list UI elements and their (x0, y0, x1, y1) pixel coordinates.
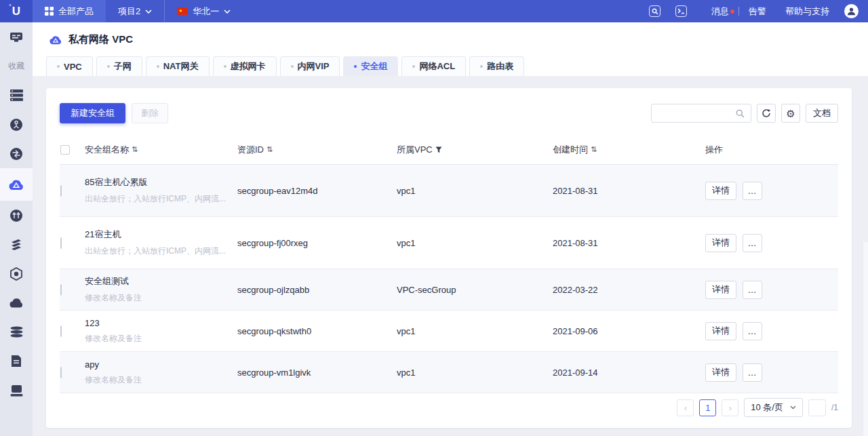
detail-button[interactable]: 详情 (705, 234, 736, 252)
tab-label: VPC (64, 62, 82, 72)
prev-page-button[interactable]: ‹ (677, 399, 694, 416)
tab-label: NAT网关 (163, 60, 199, 73)
security-group-desc: 修改名称及备注 (85, 374, 237, 386)
page-size-select[interactable]: 10 条/页 (744, 398, 803, 417)
container-icon (9, 267, 23, 281)
messages-label: 消息 (711, 5, 729, 18)
column-header-vpc[interactable]: 所属VPC (397, 144, 553, 156)
sidebar-item-network[interactable] (0, 110, 33, 139)
row-checkbox[interactable] (60, 325, 62, 337)
alerts-link[interactable]: 告警 (739, 5, 776, 18)
refresh-icon (762, 108, 771, 118)
page-header: 私有网络 VPC VPC 子网 NAT网关 虚拟网卡 内网VIP 安全组 网络A… (33, 22, 868, 76)
more-actions-button[interactable]: … (743, 322, 762, 340)
cloud-shell-button[interactable] (675, 5, 687, 17)
security-group-desc: 出站全放行；入站放行ICMP、内网流... (85, 193, 237, 205)
security-group-desc: 修改名称及备注 (85, 333, 237, 344)
tab-security-group[interactable]: 安全组 (343, 56, 398, 76)
user-avatar-icon[interactable] (844, 4, 859, 18)
sidebar-item-host[interactable] (0, 139, 33, 168)
sidebar-item-document[interactable] (0, 346, 33, 376)
settings-button[interactable]: ⚙ (781, 104, 800, 123)
created-date: 2021-09-14 (553, 368, 705, 378)
row-checkbox[interactable] (60, 367, 62, 378)
more-actions-button[interactable]: … (743, 234, 762, 252)
sort-icon[interactable]: ⇅ (267, 146, 273, 153)
table-row[interactable]: apy修改名称及备注 secgroup-vm1lgivk vpc1 2021-0… (60, 352, 838, 393)
page-jump-input[interactable] (808, 399, 826, 416)
help-link[interactable]: 帮助与支持 (776, 5, 839, 18)
security-group-desc: 修改名称及备注 (85, 292, 237, 304)
sidebar-item-list[interactable] (0, 81, 33, 110)
vpc-name: vpc1 (397, 368, 553, 378)
tab-dot-icon (157, 65, 159, 68)
create-security-group-button[interactable]: 新建安全组 (60, 103, 125, 123)
table-row[interactable]: 21宿主机出站全放行；入站放行ICMP、内网流... secgroup-fj00… (60, 217, 838, 269)
delete-button[interactable]: 删除 (132, 103, 168, 123)
resource-id: secgroup-qkstwth0 (237, 326, 397, 336)
detail-button[interactable]: 详情 (705, 363, 736, 382)
detail-button[interactable]: 详情 (705, 281, 736, 299)
messages-link[interactable]: 消息 (702, 5, 738, 18)
sidebar-item-cloud[interactable] (0, 288, 33, 317)
tab-network-acl[interactable]: 网络ACL (401, 56, 466, 76)
column-header-created[interactable]: 创建时间⇅ (553, 144, 705, 156)
total-pages-label: /1 (831, 403, 838, 412)
more-actions-button[interactable]: … (743, 182, 762, 200)
sidebar-item-database[interactable] (0, 317, 33, 346)
search-input[interactable] (652, 104, 736, 122)
tab-route-table[interactable]: 路由表 (469, 56, 524, 76)
project-selector[interactable]: 项目2 (106, 0, 165, 22)
sidebar-item-vpc[interactable] (0, 168, 33, 201)
server-icon (10, 384, 23, 397)
region-selector[interactable]: ★ 华北一 (165, 0, 243, 22)
filter-icon[interactable] (435, 146, 442, 153)
sort-icon[interactable]: ⇅ (591, 146, 597, 153)
resource-id: secgroup-ojlzqabb (237, 285, 397, 295)
all-products-label: 全部产品 (58, 5, 94, 18)
next-page-button[interactable]: › (722, 399, 738, 416)
tab-subnet[interactable]: 子网 (96, 56, 142, 76)
tab-nat-gateway[interactable]: NAT网关 (146, 56, 210, 76)
column-header-name[interactable]: 安全组名称⇅ (85, 144, 237, 156)
sidebar-item-cdn[interactable] (0, 230, 33, 259)
brand-logo[interactable]: ✦ U (0, 0, 33, 22)
tab-internal-vip[interactable]: 内网VIP (280, 56, 340, 76)
sidebar-item-console[interactable] (0, 22, 33, 52)
tab-virtual-nic[interactable]: 虚拟网卡 (213, 56, 277, 76)
row-checkbox[interactable] (60, 237, 62, 249)
host-icon (9, 147, 23, 161)
unread-badge (730, 9, 734, 14)
more-actions-button[interactable]: … (743, 363, 762, 382)
all-products-menu[interactable]: 全部产品 (33, 0, 106, 22)
table-row[interactable]: 123修改名称及备注 secgroup-qkstwth0 vpc1 2021-0… (60, 311, 838, 352)
row-checkbox[interactable] (60, 185, 62, 197)
resource-id: secgroup-eav12m4d (237, 186, 397, 196)
page-size-label: 10 条/页 (751, 401, 783, 414)
sort-icon[interactable]: ⇅ (132, 146, 138, 153)
detail-button[interactable]: 详情 (705, 322, 736, 340)
region-label: 华北一 (193, 5, 219, 18)
row-checkbox[interactable] (60, 284, 62, 296)
tab-label: 网络ACL (419, 60, 455, 73)
vertical-scrollbar[interactable] (863, 242, 868, 436)
table-row[interactable]: 安全组测试修改名称及备注 secgroup-ojlzqabb VPC-secGr… (60, 269, 838, 311)
chevron-down-icon (790, 405, 796, 410)
created-date: 2021-09-06 (553, 326, 705, 336)
column-header-resource-id[interactable]: 资源ID⇅ (237, 144, 397, 156)
page-1-button[interactable]: 1 (699, 399, 716, 416)
refresh-button[interactable] (757, 104, 776, 123)
sidebar-item-loadbalancer[interactable] (0, 201, 33, 230)
detail-button[interactable]: 详情 (705, 182, 736, 200)
more-actions-button[interactable]: … (743, 281, 762, 299)
sidebar-item-server[interactable] (0, 376, 33, 405)
tab-dot-icon (224, 65, 226, 68)
sidebar-item-container[interactable] (0, 259, 33, 288)
table-body: 85宿主机心累版出站全放行；入站放行ICMP、内网流... secgroup-e… (60, 165, 838, 393)
resource-search-button[interactable] (649, 5, 660, 17)
table-row[interactable]: 85宿主机心累版出站全放行；入站放行ICMP、内网流... secgroup-e… (60, 165, 838, 217)
select-all-checkbox[interactable] (60, 145, 70, 155)
docs-button[interactable]: 文档 (806, 104, 838, 123)
tab-vpc[interactable]: VPC (46, 56, 93, 76)
sidebar-favorites-label[interactable]: 收藏 (8, 52, 24, 81)
